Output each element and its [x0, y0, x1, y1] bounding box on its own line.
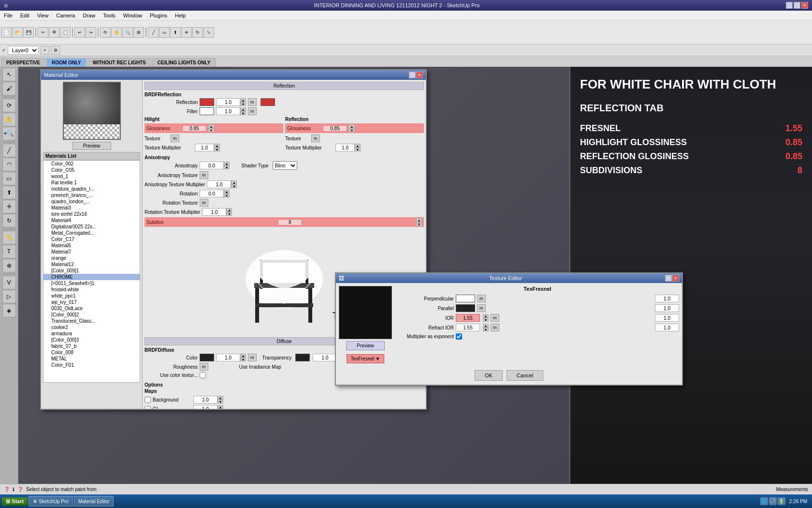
- toolbar-cut[interactable]: ✂: [38, 27, 48, 38]
- hilight-spin-down[interactable]: ▼: [208, 128, 214, 132]
- diffuse-color-swatch[interactable]: [200, 354, 214, 361]
- reflection-m-btn[interactable]: m: [248, 98, 257, 106]
- shader-type-select[interactable]: Blinn Phong Ward: [273, 161, 297, 170]
- menu-camera[interactable]: Camera: [52, 12, 79, 19]
- reflection-value-field[interactable]: [216, 98, 240, 106]
- transparency-field[interactable]: [313, 354, 337, 361]
- diffuse-color-field[interactable]: [216, 354, 240, 361]
- rotation-spinner[interactable]: ▲ ▼: [224, 190, 230, 197]
- reflection-color-swatch[interactable]: [200, 98, 214, 106]
- mat-editor-help[interactable]: ?: [409, 72, 416, 78]
- roughness-btn[interactable]: m: [200, 363, 208, 371]
- material-list-item[interactable]: [Color_009]1: [44, 268, 140, 274]
- menu-window[interactable]: Window: [119, 12, 146, 19]
- refl-gloss-field[interactable]: [323, 125, 347, 132]
- materials-list[interactable]: Color_002Color_C05wood_1Rat textile 1mol…: [43, 160, 140, 383]
- refl-texmult-spinner[interactable]: ▲ ▼: [355, 144, 361, 151]
- material-list-item[interactable]: frosted-white: [44, 286, 140, 293]
- layer-select[interactable]: Layer0: [8, 46, 39, 55]
- subdivs-field[interactable]: [278, 219, 302, 225]
- menu-draw[interactable]: Draw: [79, 12, 99, 19]
- tex-editor-help[interactable]: ?: [665, 275, 672, 282]
- ior-value-field[interactable]: [456, 314, 480, 322]
- multiplier-checkbox[interactable]: [456, 333, 462, 340]
- background-field[interactable]: [193, 396, 218, 403]
- refl-spin-down[interactable]: ▼: [349, 128, 355, 132]
- rot-down[interactable]: ▼: [224, 194, 230, 197]
- transparency-swatch[interactable]: [295, 354, 310, 361]
- material-list-item[interactable]: Material7: [44, 249, 140, 255]
- background-check[interactable]: [145, 397, 151, 403]
- texture-preview-button[interactable]: Preview: [346, 341, 385, 350]
- refract-spinner[interactable]: ▲ ▼: [483, 324, 489, 331]
- tool-paint[interactable]: 🖌: [2, 82, 16, 95]
- tool-rect[interactable]: ▭: [2, 172, 16, 185]
- material-list-item[interactable]: CHROME: [44, 274, 140, 280]
- ior-right-field[interactable]: [655, 314, 679, 322]
- status-info-icon[interactable]: ℹ: [13, 487, 14, 492]
- filter-value-field[interactable]: [216, 107, 240, 115]
- toolbar-new[interactable]: 📄: [1, 27, 12, 38]
- toolbar-rect[interactable]: ▭: [159, 27, 170, 38]
- filter-m-btn[interactable]: m: [248, 107, 257, 115]
- refl-gloss-spinner[interactable]: ▲ ▼: [349, 124, 355, 132]
- material-list-item[interactable]: white_ppc1: [44, 293, 140, 299]
- taskbar-sketchup[interactable]: 🖥 SketchUp Pro: [29, 496, 73, 507]
- material-list-item[interactable]: Color_C17: [44, 236, 140, 242]
- viewport[interactable]: FOR WHITE CHAIR WITH CLOTH REFLECTION TA…: [18, 67, 812, 484]
- tex-editor-close[interactable]: ✕: [672, 275, 679, 282]
- tool-select[interactable]: ↖: [2, 68, 16, 81]
- tool-axes[interactable]: ⊕: [2, 259, 16, 272]
- material-list-item[interactable]: Color_008: [44, 349, 140, 356]
- menu-file[interactable]: File: [0, 12, 16, 19]
- refract-up[interactable]: ▲: [483, 324, 489, 328]
- toolbar-zoom-ext[interactable]: ⊞: [133, 27, 144, 38]
- hilight-texture-btn[interactable]: m: [171, 134, 179, 142]
- ior-down[interactable]: ▼: [483, 318, 489, 322]
- material-list-item[interactable]: Color_002: [44, 161, 140, 167]
- toolbar-zoom[interactable]: 🔍: [122, 27, 133, 38]
- menu-tools[interactable]: Tools: [99, 12, 119, 19]
- tab-ceiling-lights[interactable]: CEILING LIGHTS ONLY: [152, 58, 216, 67]
- material-list-item[interactable]: Material4: [44, 217, 140, 224]
- material-list-item[interactable]: Material12: [44, 261, 140, 268]
- material-list-item[interactable]: Material3: [44, 205, 140, 211]
- tex-editor-controls[interactable]: ? ✕: [665, 275, 679, 282]
- rot-texmult-field[interactable]: [202, 208, 226, 216]
- subdivs-down[interactable]: ▼: [416, 222, 422, 226]
- refl-texmult-up[interactable]: ▲: [355, 144, 361, 148]
- toolbar-push-pull[interactable]: ⬆: [170, 27, 181, 38]
- reflection-spinner[interactable]: ▲ ▼: [240, 98, 246, 106]
- background-spinner[interactable]: ▲ ▼: [218, 396, 223, 403]
- tool-text[interactable]: T: [2, 245, 16, 258]
- tool-measure[interactable]: 📏: [2, 231, 16, 244]
- toolbar-line[interactable]: ╱: [148, 27, 159, 38]
- subdivs-up[interactable]: ▲: [416, 218, 422, 222]
- filter-spin-up[interactable]: ▲: [240, 107, 246, 111]
- aniso-texmult-spinner[interactable]: ▲ ▼: [231, 180, 237, 188]
- close-btn[interactable]: ✕: [801, 2, 808, 9]
- hilight-texmult-up[interactable]: ▲: [214, 144, 220, 148]
- anisotropy-spinner[interactable]: ▲ ▼: [224, 162, 230, 169]
- layer-add[interactable]: +: [41, 46, 49, 55]
- perpendicular-swatch[interactable]: [456, 295, 475, 302]
- rot-texmult-up[interactable]: ▲: [226, 208, 232, 212]
- status-question-icon[interactable]: ❓: [4, 487, 10, 492]
- maximize-btn[interactable]: □: [794, 2, 800, 9]
- aniso-up[interactable]: ▲: [224, 162, 230, 165]
- tool-line[interactable]: ╱: [2, 144, 16, 157]
- reflection-spin-down[interactable]: ▼: [240, 102, 246, 106]
- material-list-item[interactable]: orange: [44, 255, 140, 261]
- tray-battery[interactable]: 🔋: [778, 497, 785, 505]
- toolbar-open[interactable]: 📂: [12, 27, 23, 38]
- material-list-item[interactable]: Metal_Corrogated...: [44, 230, 140, 236]
- tool-move[interactable]: ✛: [2, 200, 16, 213]
- hilight-texmult-spinner[interactable]: ▲ ▼: [214, 144, 220, 151]
- para-m-btn[interactable]: m: [477, 304, 486, 312]
- tray-volume[interactable]: 🔊: [769, 497, 777, 505]
- refract-right-field[interactable]: [655, 324, 679, 331]
- bg-up[interactable]: ▲: [218, 396, 223, 400]
- tool-vray[interactable]: V: [2, 276, 16, 289]
- rot-up[interactable]: ▲: [224, 190, 230, 194]
- refl-texmult-field[interactable]: [335, 144, 355, 151]
